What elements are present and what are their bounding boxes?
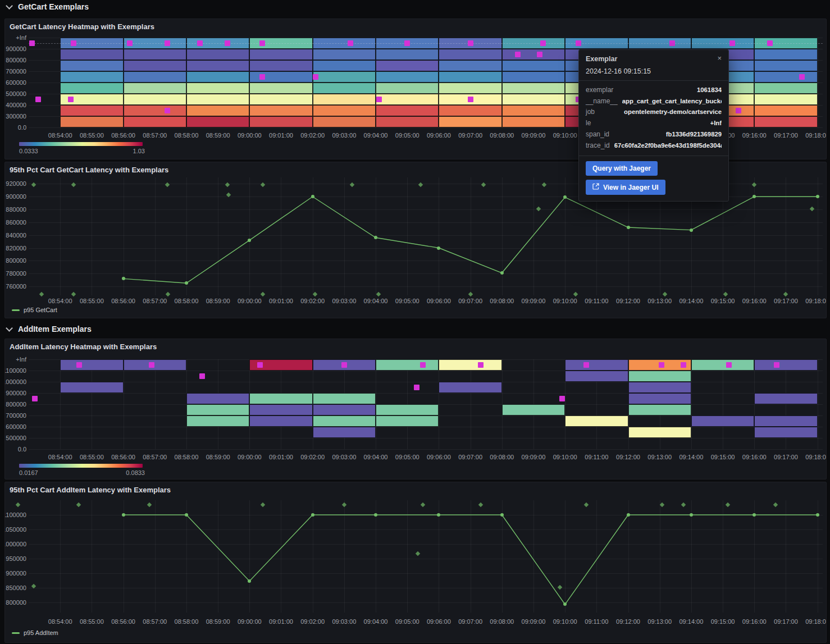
heatmap-cell[interactable] bbox=[249, 404, 312, 415]
exemplar-marker[interactable] bbox=[341, 362, 347, 368]
heatmap-cell[interactable] bbox=[313, 393, 376, 404]
heatmap-cell[interactable] bbox=[186, 415, 249, 427]
exemplar-marker[interactable] bbox=[35, 97, 41, 102]
exemplar-marker[interactable] bbox=[726, 362, 732, 368]
heatmap-cell[interactable] bbox=[439, 60, 501, 71]
exemplar-marker[interactable] bbox=[165, 108, 170, 113]
heatmap-cell[interactable] bbox=[60, 83, 123, 94]
heatmap-cell[interactable] bbox=[186, 94, 249, 105]
exemplar-marker[interactable] bbox=[414, 385, 419, 390]
heatmap-cell[interactable] bbox=[754, 49, 817, 60]
heatmap-cell[interactable] bbox=[691, 359, 754, 371]
series-point[interactable] bbox=[627, 226, 630, 229]
exemplar-marker[interactable] bbox=[736, 108, 741, 113]
heatmap-cell[interactable] bbox=[186, 49, 249, 60]
section-header-getcart[interactable]: GetCart Exemplars bbox=[4, 0, 89, 13]
close-icon[interactable]: × bbox=[717, 55, 722, 62]
heatmap-cell[interactable] bbox=[313, 94, 376, 105]
heatmap-cell[interactable] bbox=[186, 404, 249, 415]
heatmap-cell[interactable] bbox=[628, 382, 691, 393]
exemplar-marker[interactable] bbox=[29, 40, 35, 46]
heatmap-cell[interactable] bbox=[754, 116, 817, 127]
exemplar-marker[interactable] bbox=[68, 97, 74, 102]
series-point[interactable] bbox=[563, 195, 567, 199]
heatmap-cell[interactable] bbox=[313, 105, 376, 116]
heatmap-cell[interactable] bbox=[313, 116, 376, 127]
heatmap-cell[interactable] bbox=[313, 60, 376, 71]
exemplar-marker[interactable] bbox=[225, 40, 230, 46]
heatmap-cell[interactable] bbox=[186, 105, 249, 116]
heatmap-cell[interactable] bbox=[439, 382, 501, 393]
heatmap-cell[interactable] bbox=[60, 71, 123, 83]
heatmap-cell[interactable] bbox=[186, 60, 249, 71]
heatmap-cell[interactable] bbox=[124, 83, 186, 94]
heatmap-cell[interactable] bbox=[186, 116, 249, 127]
series-legend[interactable]: p95 AddItem bbox=[12, 629, 58, 636]
heatmap-cell[interactable] bbox=[754, 105, 817, 116]
exemplar-marker[interactable] bbox=[259, 40, 265, 46]
heatmap-cell[interactable] bbox=[439, 116, 501, 127]
series-point[interactable] bbox=[563, 602, 567, 606]
heatmap-cell[interactable] bbox=[376, 359, 439, 371]
heatmap-cell[interactable] bbox=[60, 116, 123, 127]
series-point[interactable] bbox=[122, 513, 125, 517]
series-point[interactable] bbox=[627, 513, 630, 517]
heatmap-cell[interactable] bbox=[313, 404, 376, 415]
exemplar-marker[interactable] bbox=[127, 40, 133, 46]
heatmap-cell[interactable] bbox=[754, 83, 817, 94]
panel-title[interactable]: GetCart Latency Heatmap with Exemplars bbox=[10, 22, 154, 31]
heatmap-cell[interactable] bbox=[502, 83, 565, 94]
heatmap-cell[interactable] bbox=[124, 49, 186, 60]
exemplar-marker[interactable] bbox=[199, 373, 205, 379]
heatmap-cell[interactable] bbox=[249, 60, 312, 71]
series-point[interactable] bbox=[690, 229, 693, 232]
heatmap-cell[interactable] bbox=[376, 94, 439, 105]
heatmap-cell[interactable] bbox=[754, 415, 817, 427]
heatmap-cell[interactable] bbox=[124, 105, 186, 116]
heatmap-cell[interactable] bbox=[628, 427, 691, 438]
heatmap-cell[interactable] bbox=[754, 393, 817, 404]
view-in-jaeger-ui-button[interactable]: View in Jaeger UI bbox=[586, 180, 665, 195]
heatmap-cell[interactable] bbox=[502, 94, 565, 105]
series-point[interactable] bbox=[311, 195, 314, 198]
exemplar-marker[interactable] bbox=[468, 97, 473, 102]
heatmap-cell[interactable] bbox=[313, 71, 376, 83]
heatmap-cell[interactable] bbox=[691, 415, 754, 427]
heatmap-cell[interactable] bbox=[502, 49, 565, 60]
heatmap-cell[interactable] bbox=[376, 415, 439, 427]
series-point[interactable] bbox=[248, 579, 251, 583]
series-point[interactable] bbox=[311, 513, 314, 517]
panel-title[interactable]: 95th Pct Cart GetCart Latency with Exemp… bbox=[10, 166, 168, 174]
exemplar-marker[interactable] bbox=[681, 362, 686, 368]
heatmap-cell[interactable] bbox=[439, 83, 501, 94]
series-point[interactable] bbox=[437, 246, 440, 250]
heatmap-cell[interactable] bbox=[628, 371, 691, 382]
heatmap-cell[interactable] bbox=[502, 404, 565, 415]
heatmap-cell[interactable] bbox=[313, 427, 376, 438]
heatmap-cell[interactable] bbox=[124, 94, 186, 105]
heatmap-cell[interactable] bbox=[186, 71, 249, 83]
heatmap-cell[interactable] bbox=[313, 415, 376, 427]
exemplar-marker[interactable] bbox=[559, 396, 565, 401]
series-point[interactable] bbox=[248, 239, 251, 242]
heatmap-cell[interactable] bbox=[249, 83, 312, 94]
series-point[interactable] bbox=[753, 195, 756, 198]
series-point[interactable] bbox=[437, 513, 440, 517]
exemplar-marker[interactable] bbox=[313, 74, 318, 80]
exemplar-marker[interactable] bbox=[799, 74, 805, 80]
series-point[interactable] bbox=[374, 513, 377, 517]
heatmap-cell[interactable] bbox=[60, 49, 123, 60]
exemplar-marker[interactable] bbox=[669, 40, 675, 46]
heatmap-cell[interactable] bbox=[565, 415, 628, 427]
exemplar-marker[interactable] bbox=[478, 362, 484, 368]
heatmap-cell[interactable] bbox=[186, 393, 249, 404]
heatmap-cell[interactable] bbox=[249, 415, 312, 427]
exemplar-marker[interactable] bbox=[576, 40, 581, 46]
heatmap-cell[interactable] bbox=[502, 105, 565, 116]
heatmap-cell[interactable] bbox=[502, 60, 565, 71]
heatmap-cell[interactable] bbox=[376, 83, 439, 94]
heatmap-cell[interactable] bbox=[124, 60, 186, 71]
heatmap-cell[interactable] bbox=[186, 83, 249, 94]
heatmap-cell[interactable] bbox=[60, 382, 123, 393]
exemplar-marker[interactable] bbox=[376, 97, 382, 102]
